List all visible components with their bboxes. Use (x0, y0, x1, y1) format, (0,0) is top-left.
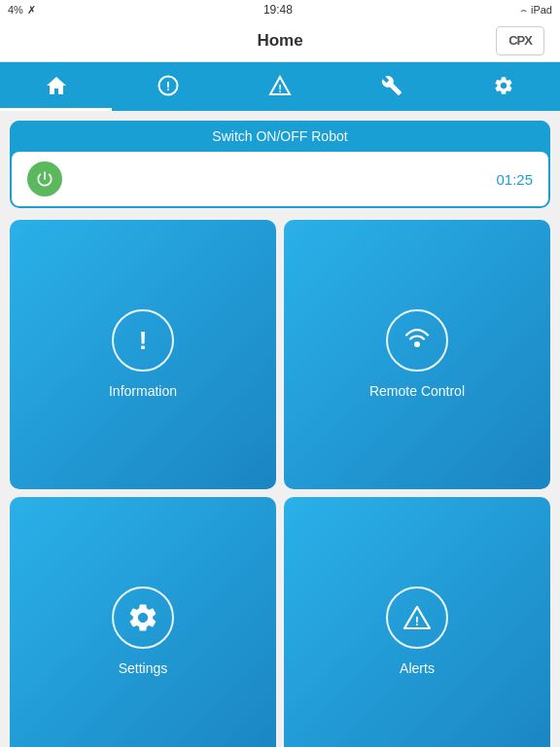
status-bar: 4% ✗ 19:48 ⌢ iPad (0, 0, 560, 19)
status-right: ⌢ iPad (520, 4, 552, 17)
svg-text:!: ! (139, 326, 148, 355)
alerts-icon-circle: ! (386, 587, 448, 649)
switch-panel-title: Switch ON/OFF Robot (10, 121, 550, 152)
svg-text:!: ! (166, 79, 170, 93)
device-label: iPad (531, 4, 552, 16)
remote-control-icon-circle (386, 309, 448, 372)
nav-bar: Home CPX (0, 19, 560, 62)
tab-info[interactable]: ! (112, 62, 224, 111)
remote-control-label: Remote Control (369, 383, 465, 399)
svg-text:!: ! (415, 614, 419, 628)
grid-item-information[interactable]: ! Information (10, 220, 276, 489)
nav-title: Home (64, 31, 496, 51)
tab-settings[interactable] (448, 62, 560, 111)
power-button[interactable] (27, 161, 62, 196)
warning-triangle-icon: ! (268, 75, 292, 96)
grid-item-settings[interactable]: Settings (10, 497, 276, 748)
grid-item-remote-control[interactable]: Remote Control (284, 220, 550, 489)
timer-display: 01:25 (496, 171, 533, 188)
nav-logo: CPX (496, 26, 544, 55)
tab-wrench[interactable] (336, 62, 448, 111)
status-time: 19:48 (263, 3, 293, 17)
svg-text:!: ! (278, 83, 282, 94)
grid-container: ! Information Remote Control Settings (0, 214, 560, 747)
svg-point-4 (414, 341, 420, 347)
wifi-icon: ⌢ (520, 4, 527, 17)
tab-warning[interactable]: ! (224, 62, 335, 111)
alerts-label: Alerts (400, 660, 435, 676)
information-label: Information (109, 383, 177, 399)
grid-item-alerts[interactable]: ! Alerts (284, 497, 550, 748)
bluetooth-icon: ✗ (27, 4, 36, 17)
status-left: 4% ✗ (8, 4, 36, 17)
settings-icon (493, 75, 514, 96)
home-icon (45, 75, 68, 96)
info-circle-icon: ! (158, 75, 179, 96)
battery-indicator: 4% (8, 4, 23, 16)
tab-bar: ! ! (0, 62, 560, 111)
wrench-icon (381, 75, 402, 96)
switch-panel: Switch ON/OFF Robot 01:25 (10, 121, 550, 208)
tab-home[interactable] (0, 62, 112, 111)
information-icon-circle: ! (112, 309, 174, 372)
settings-label: Settings (119, 660, 168, 676)
power-icon (35, 169, 54, 189)
switch-panel-body: 01:25 (12, 152, 548, 206)
settings-gear-icon-circle (112, 587, 174, 649)
